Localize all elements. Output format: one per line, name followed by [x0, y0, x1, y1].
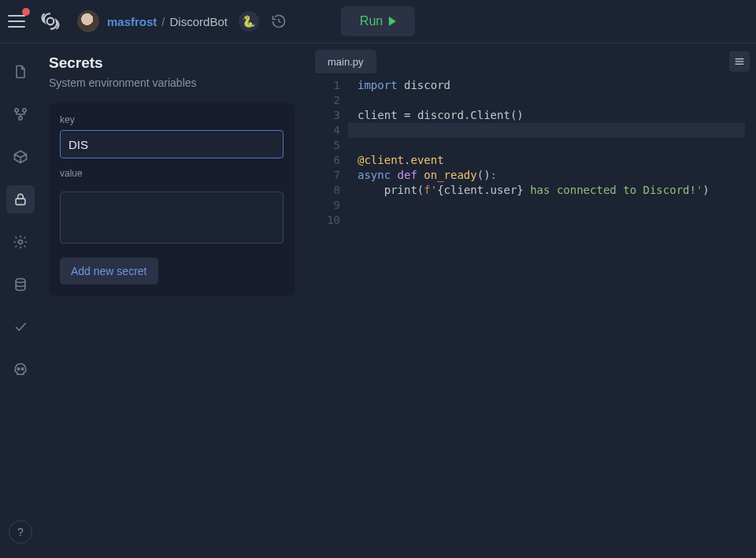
secret-key-input[interactable] — [60, 130, 284, 158]
database-icon[interactable] — [6, 270, 35, 299]
line-gutter: 12345678910 — [315, 73, 348, 558]
svg-rect-3 — [16, 199, 25, 204]
file-tab-label: main.py — [328, 56, 364, 68]
secrets-subtitle: System environment variables — [49, 76, 295, 89]
svg-point-4 — [19, 240, 23, 244]
notification-dot-icon — [22, 8, 30, 16]
svg-point-2 — [19, 117, 22, 120]
editor-tab-row: main.py — [315, 50, 750, 73]
add-secret-label: Add new secret — [71, 265, 147, 277]
history-icon[interactable] — [269, 11, 289, 32]
breadcrumb-user[interactable]: masfrost — [107, 15, 157, 28]
breadcrumb-project[interactable]: DiscordBot — [170, 15, 228, 28]
secrets-lock-icon[interactable] — [6, 185, 35, 214]
code-area[interactable]: import discord client = discord.Client()… — [348, 73, 750, 558]
svg-point-0 — [15, 109, 18, 112]
version-control-icon[interactable] — [6, 100, 35, 128]
svg-point-6 — [17, 368, 20, 370]
hamburger-menu-icon[interactable] — [8, 11, 28, 32]
breadcrumb-separator: / — [161, 15, 165, 28]
svg-point-7 — [21, 368, 24, 370]
svg-point-1 — [23, 109, 26, 112]
language-badge-python-icon[interactable]: 🐍 — [239, 11, 259, 32]
svg-point-5 — [16, 279, 25, 283]
skull-icon[interactable] — [6, 355, 35, 384]
breadcrumb: masfrost / DiscordBot — [107, 15, 228, 28]
editor-menu-icon[interactable] — [729, 51, 750, 72]
file-tab-main[interactable]: main.py — [315, 50, 376, 73]
help-icon: ? — [17, 526, 24, 538]
key-label: key — [60, 114, 284, 125]
run-button-label: Run — [360, 14, 383, 28]
run-button[interactable]: Run — [341, 6, 415, 36]
user-avatar[interactable] — [77, 10, 99, 32]
replit-logo-icon[interactable] — [38, 9, 63, 34]
top-bar: masfrost / DiscordBot 🐍 Run — [0, 0, 756, 43]
secrets-panel: Secrets System environment variables key… — [41, 43, 307, 558]
editor-pane: main.py 12345678910 import discord clien… — [307, 43, 756, 558]
secrets-title: Secrets — [49, 54, 295, 72]
play-icon — [389, 17, 396, 26]
tool-rail: ? — [0, 43, 41, 558]
add-secret-button[interactable]: Add new secret — [60, 258, 158, 285]
settings-gear-icon[interactable] — [6, 228, 35, 256]
check-icon[interactable] — [6, 313, 35, 341]
code-editor[interactable]: 12345678910 import discord client = disc… — [315, 73, 750, 558]
main-area: ? Secrets System environment variables k… — [0, 43, 756, 558]
value-label: value — [60, 168, 284, 179]
files-icon[interactable] — [6, 58, 35, 86]
secret-value-input[interactable] — [60, 192, 284, 244]
packages-icon[interactable] — [6, 143, 35, 171]
help-button[interactable]: ? — [9, 520, 32, 544]
python-emoji: 🐍 — [242, 15, 255, 28]
secret-form: key value Add new secret — [49, 103, 295, 296]
